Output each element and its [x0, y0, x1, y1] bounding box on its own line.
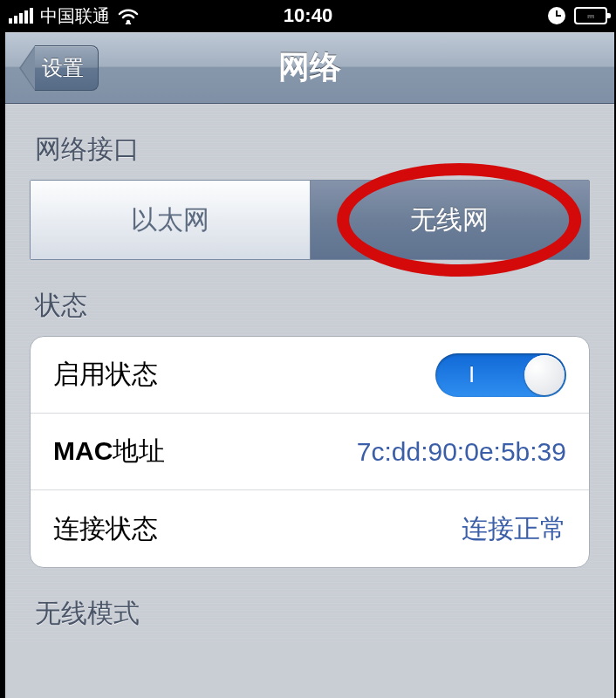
- back-button[interactable]: 设置: [19, 45, 99, 91]
- clock-label: 10:40: [284, 4, 332, 27]
- status-bar: 中国联通 10:40 ⎓: [0, 0, 616, 31]
- battery-icon: ⎓: [574, 7, 607, 24]
- wifi-icon: [117, 7, 140, 24]
- svg-point-0: [127, 20, 130, 24]
- section-header-wireless-mode: 无线模式: [30, 568, 590, 644]
- row-connection: 连接状态 连接正常: [31, 490, 589, 567]
- row-mac: MAC地址 7c:dd:90:0e:5b:39: [31, 414, 589, 490]
- row-enable-label: 启用状态: [53, 357, 158, 393]
- segmented-control: 以太网 无线网: [30, 180, 590, 260]
- page-title: 网络: [278, 46, 341, 89]
- toggle-on-indicator: I: [469, 361, 475, 388]
- enable-toggle[interactable]: I: [435, 353, 566, 397]
- row-mac-value: 7c:dd:90:0e:5b:39: [357, 437, 566, 467]
- section-header-interface: 网络接口: [30, 104, 590, 180]
- row-connection-label: 连接状态: [53, 511, 158, 547]
- nav-bar: 设置 网络: [5, 32, 614, 104]
- segment-wireless[interactable]: 无线网: [311, 181, 590, 259]
- toggle-knob: [524, 355, 565, 395]
- segment-ethernet[interactable]: 以太网: [31, 181, 311, 259]
- segment-wireless-label: 无线网: [410, 202, 489, 238]
- alarm-icon: [548, 7, 565, 24]
- section-header-status: 状态: [30, 260, 590, 336]
- signal-icon: [9, 8, 33, 24]
- row-enable: 启用状态 I: [31, 337, 589, 414]
- row-mac-label: MAC地址: [53, 434, 165, 469]
- segment-ethernet-label: 以太网: [131, 202, 209, 238]
- row-connection-value: 连接正常: [462, 511, 566, 547]
- carrier-label: 中国联通: [40, 4, 110, 28]
- status-list: 启用状态 I MAC地址 7c:dd:90:0e:5b:39 连接状态 连接正常: [30, 336, 590, 568]
- back-button-label: 设置: [35, 45, 99, 91]
